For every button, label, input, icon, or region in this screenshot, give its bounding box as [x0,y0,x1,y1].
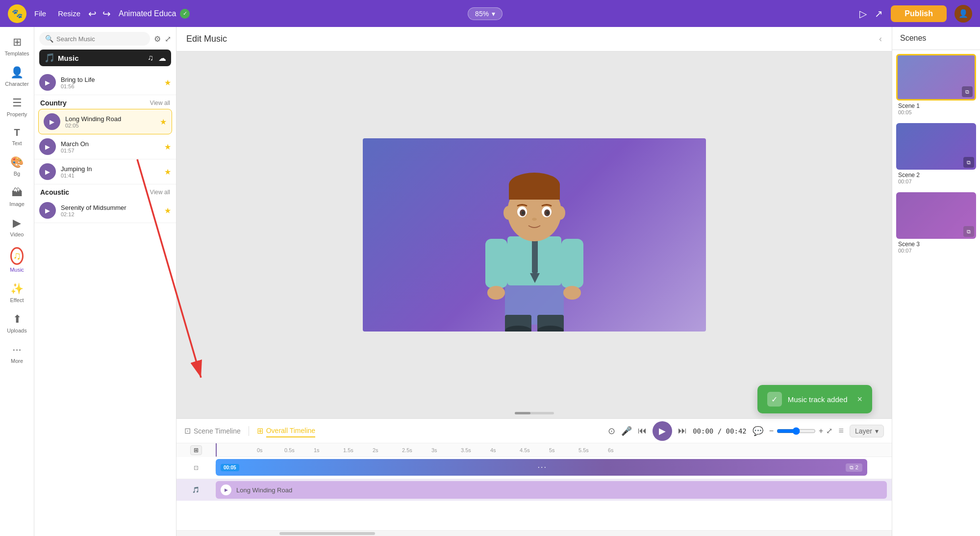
zoom-control[interactable]: 85% ▾ [468,7,503,20]
zoom-out-icon[interactable]: − [769,427,774,435]
track-content-scene: 00:05 ··· ⧉ 2 [216,457,892,479]
layer-dropdown[interactable]: Layer ▾ [850,425,884,437]
record-btn[interactable]: 🎤 [621,426,632,436]
canvas-header: Edit Music ‹ [176,27,892,51]
country-view-all[interactable]: View all [150,100,170,106]
country-section-header: Country View all [34,95,176,109]
scene-copy-btn-1[interactable]: ⧉ [962,86,973,97]
topbar-actions: ▷ ↗ Publish 👤 [859,5,972,23]
scene-item-2[interactable]: ⧉ Scene 2 00:07 [892,119,980,188]
music-track-block[interactable]: ▶ Long Winding Road [216,481,887,499]
scene-item-3[interactable]: ⧉ Scene 3 00:07 [892,188,980,257]
play-preview-btn[interactable]: ▷ [859,8,867,20]
sidebar-item-image[interactable]: 🏔 Image [0,181,34,212]
tab-scene-timeline[interactable]: Scene Timeline [194,425,241,437]
track-star-serenity[interactable]: ★ [164,206,171,215]
play-pause-btn[interactable]: ▶ [653,421,672,441]
project-title-area: Animated Educa ✓ [119,9,460,19]
svg-point-12 [522,211,525,215]
scene-copy-btn-2[interactable]: ⧉ [963,157,974,168]
music-track-play-btn[interactable]: ▶ [221,485,231,495]
search-icon: 🔍 [45,35,53,43]
track-play-serenity[interactable]: ▶ [39,202,56,219]
svg-rect-2 [532,239,538,273]
skip-back-btn[interactable]: ⏮ [638,426,647,436]
timeline-controls: ⊡ Scene Timeline ⊞ Overall Timeline ⊙ 🎤 … [176,419,892,443]
zoom-in-icon[interactable]: + [819,427,823,435]
scene-track-row: ⊡ 00:05 ··· ⧉ 2 [176,457,892,479]
redo-btn[interactable]: ↪ [102,8,111,20]
timeline-tracks: ⊡ 00:05 ··· ⧉ 2 [176,457,892,530]
cloud-icon[interactable]: ☁ [158,53,166,63]
track-play-lwr[interactable]: ▶ [44,113,60,130]
property-icon: ☰ [12,97,22,109]
scene-track-block[interactable]: 00:05 ··· ⧉ 2 [216,459,867,476]
track-serenity[interactable]: ▶ Serenity of Midsummer 02:12 ★ [34,198,176,223]
scene-settings-btn[interactable]: ⊙ [608,426,615,436]
track-march-on[interactable]: ▶ March On 01:57 ★ [34,134,176,159]
svg-rect-7 [509,185,560,200]
track-info-serenity: Serenity of Midsummer 02:12 [61,204,159,217]
track-play-previous[interactable]: ▶ [39,74,56,91]
sidebar-item-more[interactable]: ··· More [0,338,34,369]
zoom-controls: − + ⤢ [769,426,833,435]
track-star-lwr[interactable]: ★ [160,117,167,127]
captions-btn[interactable]: 💬 [753,426,763,436]
scene-copy-btn-3[interactable]: ⧉ [963,226,974,237]
track-jumping-in[interactable]: ▶ Jumping In 01:41 ★ [34,159,176,184]
timeline-settings-icon[interactable]: ⊞ [190,445,202,455]
undo-btn[interactable]: ↩ [88,8,97,20]
track-play-ji[interactable]: ▶ [39,163,56,180]
track-label-scene: ⊡ [176,464,216,471]
acoustic-view-all[interactable]: View all [150,189,170,196]
search-input[interactable] [56,35,144,43]
sidebar-item-music[interactable]: ♫ Music [0,242,34,278]
sidebar-item-character[interactable]: 👤 Character [0,61,34,92]
sidebar-item-templates[interactable]: ⊞ Templates [0,31,34,61]
user-avatar[interactable]: 👤 [955,5,972,23]
scrollbar-thumb[interactable] [279,532,375,535]
svg-point-16 [555,206,565,220]
topbar: 🐾 File Resize ↩ ↪ Animated Educa ✓ 85% ▾… [0,0,980,27]
main-content: Edit Music ‹ [176,27,892,536]
playhead[interactable] [216,443,217,457]
track-long-winding-road[interactable]: ▶ Long Winding Road 02:05 ★ [38,109,172,134]
svg-rect-17 [485,239,507,288]
resize-menu[interactable]: Resize [58,9,80,18]
toast-close-btn[interactable]: × [857,394,862,405]
publish-button[interactable]: Publish [891,5,947,22]
track-info-ji: Jumping In 01:41 [61,165,159,179]
tab-overall-timeline[interactable]: Overall Timeline [266,425,315,437]
sidebar-item-property[interactable]: ☰ Property [0,92,34,122]
filter-icon[interactable]: ⚙ [154,34,161,44]
share-btn[interactable]: ↗ [875,8,883,20]
sidebar-item-effect[interactable]: ✨ Effect [0,278,34,308]
music-panel: 🔍 ⚙ ⤢ 🎵 Music ♫ ☁ ▶ Bring to Life 01:56 [34,27,176,536]
track-star-ji[interactable]: ★ [164,167,171,177]
save-indicator: ✓ [180,9,190,19]
sidebar-item-text[interactable]: T Text [0,122,34,151]
templates-icon: ⊞ [13,36,22,49]
acoustic-section-header: Acoustic View all [34,184,176,198]
sidebar-item-uploads[interactable]: ⬆ Uploads [0,308,34,338]
topbar-menu: File Resize [34,9,80,18]
sidebar-item-video[interactable]: ▶ Video [0,212,34,242]
logo[interactable]: 🐾 [8,4,26,23]
track-play-mo[interactable]: ▶ [39,138,56,155]
zoom-slider[interactable] [777,427,816,435]
timeline-scrollbar[interactable] [176,530,892,536]
fit-icon[interactable]: ⤢ [826,426,832,435]
track-star-previous[interactable]: ★ [164,78,171,87]
music-list: ▶ Bring to Life 01:56 ★ Country View all… [34,70,176,536]
scene-item-1[interactable]: ⧉ Scene 1 00:05 [892,50,980,119]
track-item-previous[interactable]: ▶ Bring to Life 01:56 ★ [34,70,176,95]
track-star-mo[interactable]: ★ [164,142,171,152]
canvas-area: Edit Music ‹ [176,27,892,418]
equalizer-icon[interactable]: ♫ [148,53,153,62]
skip-forward-btn[interactable]: ⏭ [678,426,687,436]
timeline-playback: ⊙ 🎤 ⏮ ▶ ⏭ 00:00 / 00:42 💬 − + [608,421,884,441]
expand-icon[interactable]: ⤢ [165,34,171,44]
sidebar-item-bg[interactable]: 🎨 Bg [0,151,34,181]
file-menu[interactable]: File [34,9,46,18]
collapse-scenes-btn[interactable]: ‹ [879,34,882,44]
